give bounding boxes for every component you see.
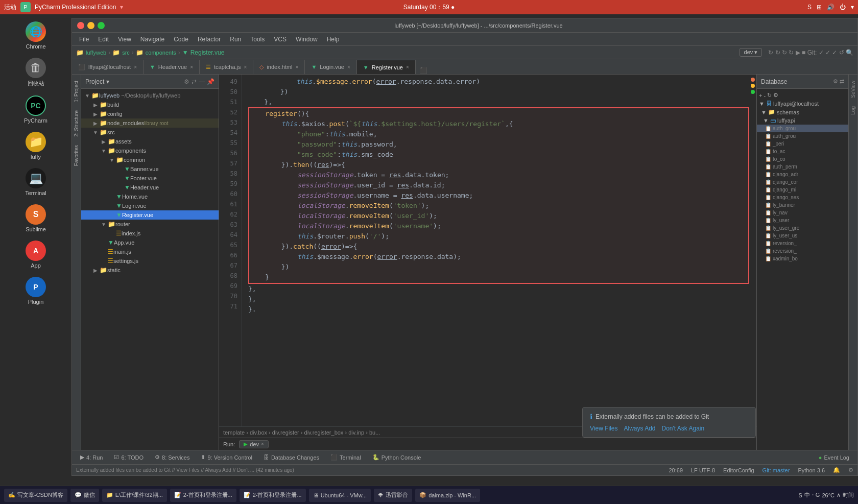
taskbar-item-doc1[interactable]: 📝 2-首页和登录注册... — [170, 489, 236, 502]
menu-vcs[interactable]: VCS — [270, 35, 291, 44]
tree-item-src[interactable]: ▼ 📁 src — [81, 128, 219, 137]
db-table-auth-perm[interactable]: 📋auth_perm — [757, 163, 848, 171]
bottom-tab-python-console[interactable]: 🐍 Python Console — [367, 453, 426, 462]
desktop-icon-sublime[interactable]: S Sublime — [15, 202, 56, 234]
tree-item-footer[interactable]: ▼ Footer.vue — [81, 174, 219, 183]
db-table-reversion1[interactable]: 📋reversion_ — [757, 239, 848, 247]
breadcrumb-luffyweb[interactable]: luffyweb — [86, 50, 106, 56]
tree-item-config[interactable]: ▶ 📁 config — [81, 109, 219, 118]
tree-item-indexjs[interactable]: ☰ index.js — [81, 229, 219, 238]
bottom-tab-terminal[interactable]: ⬛ Terminal — [325, 453, 366, 462]
project-pin-icon[interactable]: 📌 — [207, 78, 214, 85]
bottom-tab-run[interactable]: ▶ 4: Run — [75, 453, 108, 462]
menu-file[interactable]: File — [75, 35, 93, 44]
run-config[interactable]: ▶ dev × — [239, 440, 269, 448]
taskbar-item-thunder[interactable]: 🌩 迅雷影音 — [374, 489, 412, 502]
tab-terminal[interactable]: ⬛ lffyapi@localhost × — [72, 60, 144, 74]
always-add-link[interactable]: Always Add — [624, 425, 655, 432]
close-button[interactable] — [77, 22, 84, 29]
branch-dropdown[interactable]: dev ▾ — [740, 48, 762, 57]
tree-item-common[interactable]: ▼ 📁 common — [81, 155, 219, 164]
db-table-ly-user[interactable]: 📋ly_user — [757, 217, 848, 224]
seview-tab[interactable]: SeView — [849, 77, 857, 102]
close-tab-terminal[interactable]: × — [134, 64, 137, 70]
taskbar-item-wechat[interactable]: 💬 微信 — [70, 489, 99, 502]
db-table-ly-user-us[interactable]: 📋ly_user_us — [757, 232, 848, 239]
menu-run[interactable]: Run — [226, 35, 245, 44]
view-files-link[interactable]: View Files — [590, 425, 617, 432]
menu-navigate[interactable]: Navigate — [136, 35, 169, 44]
tree-item-assets[interactable]: ▶ 📁 assets — [81, 137, 219, 146]
maximize-button[interactable] — [98, 22, 105, 29]
db-table-django-mi[interactable]: 📋django_mi — [757, 186, 848, 194]
tree-item-luffyweb[interactable]: ▼ 📁 luffyweb ~/Desktop/luffy/luffyweb — [81, 91, 219, 100]
expand-icon-taskbar[interactable]: ∧ — [837, 492, 841, 498]
project-sync-icon[interactable]: ⇄ — [192, 78, 197, 85]
tree-item-app[interactable]: ▼ App.vue — [81, 238, 219, 247]
taskbar-item-csdn[interactable]: ✍ 写文章-CSDN博客 — [4, 489, 67, 502]
minimize-button[interactable] — [87, 22, 94, 29]
bottom-tab-services[interactable]: ⚙ 8: Services — [150, 453, 195, 462]
tree-item-login[interactable]: ▼ Login.vue — [81, 201, 219, 210]
tree-item-header-common[interactable]: ▼ Header.vue — [81, 183, 219, 192]
settings-gear-icon[interactable]: ⚙ — [848, 467, 853, 473]
breadcrumb-components[interactable]: components — [146, 50, 176, 56]
project-settings-icon[interactable]: ⚙ — [184, 78, 189, 85]
project-collapse-icon[interactable]: — — [199, 78, 205, 85]
tree-item-build[interactable]: ▶ 📁 build — [81, 100, 219, 109]
close-run-icon[interactable]: × — [261, 441, 264, 447]
menu-code[interactable]: Code — [170, 35, 193, 44]
log-tab[interactable]: Log — [849, 102, 857, 119]
db-sync-icon[interactable]: ⇄ — [840, 78, 844, 85]
tab-tcaptcha[interactable]: ☰ tcaptcha.js × — [200, 60, 253, 74]
db-table-auth-group[interactable]: 📋 auth_grou — [757, 125, 848, 132]
taskbar-item-doc2[interactable]: 📝 2-首页和登录注册... — [240, 489, 306, 502]
menu-help[interactable]: Help — [323, 35, 344, 44]
close-tab-index[interactable]: × — [296, 64, 299, 70]
desktop-icon-terminal[interactable]: 💻 Terminal — [15, 166, 56, 198]
bottom-tab-vc[interactable]: ⬆ 9: Version Control — [196, 453, 257, 462]
dropdown-arrow[interactable]: ▾ — [120, 4, 123, 11]
db-table-ly-user-gre[interactable]: 📋ly_user_gre — [757, 224, 848, 232]
code-lines[interactable]: this.$message.error(error.response.data.… — [242, 75, 749, 426]
bottom-tab-db-changes[interactable]: 🗄 Database Changes — [258, 453, 324, 462]
breadcrumb-src[interactable]: src — [122, 50, 130, 56]
db-schemas[interactable]: ▼ 📁 schemas — [757, 108, 848, 116]
db-luffyapi[interactable]: ▼ 🗃 luffyapi — [757, 116, 848, 125]
db-table-django-adr[interactable]: 📋django_adr — [757, 171, 848, 178]
favorites-tab[interactable]: Favorites — [73, 141, 80, 170]
tree-item-components[interactable]: ▼ 📁 components — [81, 146, 219, 155]
tabs-more-button[interactable]: ⬛ — [418, 67, 430, 74]
tab-register-vue[interactable]: ▼ Register.vue × — [357, 60, 416, 74]
db-table-ly-banner[interactable]: 📋ly_banner — [757, 201, 848, 209]
menu-window[interactable]: Window — [292, 35, 322, 44]
desktop-icon-app[interactable]: A App — [15, 238, 56, 271]
tree-item-home[interactable]: ▼ Home.vue — [81, 192, 219, 201]
close-tab-login[interactable]: × — [347, 64, 350, 70]
db-add-icon[interactable]: + - ↻ ⚙ — [757, 91, 848, 100]
db-table-to-co[interactable]: 📋to_co — [757, 155, 848, 163]
desktop-icon-chrome[interactable]: 🌐 Chrome — [15, 19, 56, 52]
db-table-xadmin[interactable]: 📋xadmin_bo — [757, 255, 848, 262]
desktop-icon-folder[interactable]: 📁 luffy — [15, 130, 56, 162]
close-tab-tcaptcha[interactable]: × — [244, 64, 247, 70]
taskbar-item-vmware[interactable]: 🖥 Ubuntu64 - VMw... — [309, 489, 371, 502]
tree-item-register[interactable]: ▼ Register.vue — [81, 210, 219, 220]
close-tab-header[interactable]: × — [190, 64, 193, 70]
tree-item-router[interactable]: ▼ 📁 router — [81, 220, 219, 229]
desktop-icon-plugin[interactable]: P Plugin — [15, 275, 56, 307]
bottom-tab-todo[interactable]: ☑ 6: TODO — [109, 453, 149, 462]
project-tab[interactable]: 1: Project — [73, 77, 80, 106]
db-table-ly-nav[interactable]: 📋ly_nav — [757, 209, 848, 217]
code-content[interactable]: 49 50 51 52 53 54 55 56 57 58 59 60 61 6… — [219, 75, 756, 426]
tree-item-mainjs[interactable]: ☰ main.js — [81, 247, 219, 256]
tab-login-vue[interactable]: ▼ Login.vue × — [305, 60, 356, 74]
bottom-tab-event-log[interactable]: ● Event Log — [814, 453, 854, 462]
menu-refactor[interactable]: Refactor — [194, 35, 225, 44]
taskbar-item-winrar[interactable]: 📦 daima.zip - WinR... — [415, 489, 480, 502]
menu-tools[interactable]: Tools — [246, 35, 269, 44]
tree-item-banner[interactable]: ▼ Banner.vue — [81, 164, 219, 174]
db-settings-icon[interactable]: ⚙ — [833, 78, 838, 85]
taskbar-item-folder[interactable]: 📁 E\工作\课件\32期... — [102, 489, 167, 502]
db-table-django-ses[interactable]: 📋django_ses — [757, 194, 848, 201]
